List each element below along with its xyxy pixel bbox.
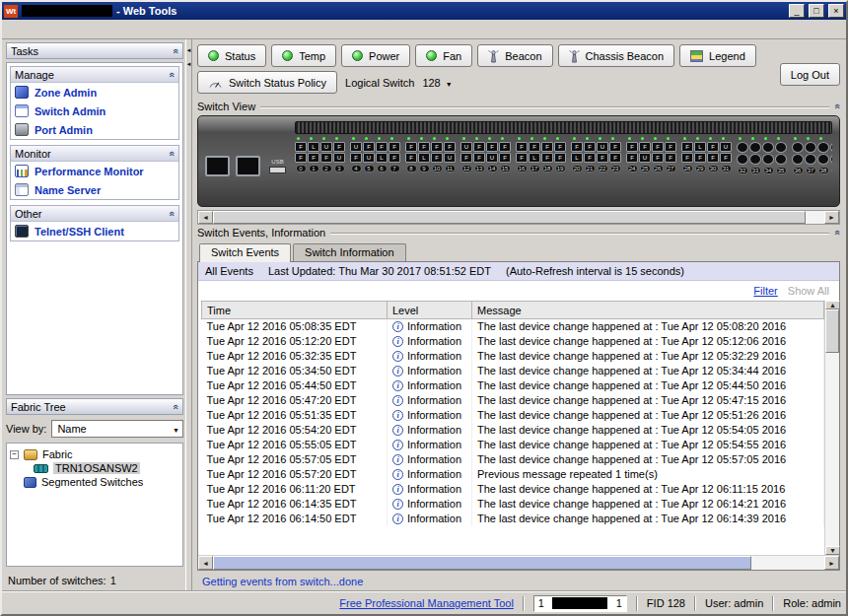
switch-port[interactable]: F <box>431 142 443 152</box>
scrollbar-thumb[interactable] <box>825 309 839 353</box>
switch-port[interactable] <box>805 154 816 165</box>
switch-port[interactable]: F <box>720 153 732 163</box>
switch-port[interactable] <box>830 154 832 165</box>
tree-node-switch[interactable]: TRN1OSANSW2 <box>34 461 179 475</box>
switch-port[interactable]: F <box>681 142 693 152</box>
switch-port[interactable]: F <box>652 142 664 152</box>
switch-port[interactable]: F <box>626 142 638 152</box>
switch-port[interactable] <box>792 142 804 153</box>
menu-item[interactable] <box>22 28 35 32</box>
switch-port[interactable]: F <box>376 142 388 152</box>
event-row[interactable]: Tue Apr 12 2016 05:57:20 EDT Information… <box>202 467 824 482</box>
scroll-left-icon[interactable] <box>198 556 213 570</box>
switch-port[interactable] <box>762 154 774 165</box>
port-group[interactable]: FLUFFFFU0123 <box>295 137 345 172</box>
switch-port[interactable]: F <box>320 153 332 163</box>
switch-port[interactable]: F <box>554 142 566 152</box>
event-row[interactable]: Tue Apr 12 2016 05:51:35 EDT Information… <box>202 408 824 423</box>
switch-port[interactable]: F <box>431 153 443 163</box>
switch-port[interactable]: F <box>350 153 362 163</box>
switch-port[interactable] <box>749 142 761 153</box>
switch-port[interactable]: F <box>665 142 676 152</box>
switch-port[interactable] <box>805 142 816 153</box>
switch-port[interactable]: F <box>541 142 553 152</box>
collapse-chevron-icon[interactable] <box>171 48 180 54</box>
collapse-chevron-icon[interactable] <box>167 72 177 78</box>
column-header-message[interactable]: Message <box>472 302 824 319</box>
column-header-time[interactable]: Time <box>202 302 388 319</box>
filter-link[interactable]: Filter <box>753 285 777 297</box>
switch-port[interactable] <box>775 142 787 153</box>
chassis-beacon-button[interactable]: Chassis Beacon <box>558 44 675 67</box>
menu-item[interactable] <box>53 28 67 32</box>
legend-button[interactable]: Legend <box>679 44 756 67</box>
switch-port[interactable] <box>817 142 829 153</box>
status-led-button[interactable]: Temp <box>271 44 336 67</box>
switch-port[interactable]: F <box>626 153 638 163</box>
event-row[interactable]: Tue Apr 12 2016 05:34:50 EDT Information… <box>202 364 824 378</box>
task-item[interactable]: Zone Admin <box>11 83 178 102</box>
tasks-panel-header[interactable]: Tasks <box>6 42 183 59</box>
port-group[interactable]: FFFFFLFF16171819 <box>516 137 566 172</box>
switch-port[interactable]: F <box>541 153 553 163</box>
scroll-up-icon[interactable] <box>825 301 840 309</box>
scrollbar-track[interactable] <box>825 309 839 546</box>
switch-port[interactable] <box>792 154 804 165</box>
switch-port[interactable]: U <box>333 153 345 163</box>
event-row[interactable]: Tue Apr 12 2016 05:08:35 EDT Information… <box>202 319 824 334</box>
switch-port[interactable]: F <box>418 142 430 152</box>
scrollbar-track[interactable] <box>213 556 824 570</box>
switch-port[interactable]: F <box>609 153 621 163</box>
switch-port[interactable]: F <box>584 153 596 163</box>
switch-port[interactable]: F <box>652 153 664 163</box>
status-led-button[interactable]: Power <box>341 44 410 67</box>
switch-port[interactable]: U <box>350 142 362 152</box>
manage-section-header[interactable]: Manage <box>11 67 178 83</box>
fabric-tree-header[interactable]: Fabric Tree <box>6 398 183 415</box>
switch-port[interactable]: F <box>639 142 651 152</box>
scrollbar-thumb[interactable] <box>213 211 806 224</box>
switch-port[interactable]: F <box>529 142 540 152</box>
switch-port[interactable]: F <box>363 142 375 152</box>
port-group[interactable]: FFUFLFFF20212223 <box>571 137 621 172</box>
tab-switch-events[interactable]: Switch Events <box>199 243 291 262</box>
event-row[interactable]: Tue Apr 12 2016 06:11:20 EDT Information… <box>202 482 824 497</box>
scrollbar-track[interactable] <box>213 211 824 224</box>
collapse-chevron-icon[interactable] <box>171 404 180 410</box>
menu-item[interactable] <box>6 28 20 32</box>
switch-port[interactable]: L <box>694 142 706 152</box>
switch-port[interactable] <box>830 142 832 153</box>
switch-port[interactable]: F <box>473 142 485 152</box>
status-led-button[interactable]: Status <box>197 44 266 67</box>
port-group[interactable]: UFFFFULF4567 <box>350 137 400 172</box>
switch-port[interactable]: F <box>597 153 608 163</box>
switch-port[interactable] <box>762 142 774 153</box>
switch-port[interactable] <box>749 154 761 165</box>
switch-port[interactable]: F <box>405 153 417 163</box>
free-tool-link[interactable]: Free Professional Management Tool <box>339 597 514 609</box>
switch-view-image[interactable]: USB FLUFFFFU0123UFFFFULF4567FFFFFLFU8910… <box>197 115 840 207</box>
status-led-button[interactable]: Fan <box>415 44 472 67</box>
switch-port[interactable]: F <box>694 153 706 163</box>
event-row[interactable]: Tue Apr 12 2016 05:54:20 EDT Information… <box>202 423 824 438</box>
switch-port[interactable]: F <box>584 142 596 152</box>
collapse-chevron-icon[interactable] <box>167 151 177 157</box>
switch-port[interactable]: F <box>333 142 345 152</box>
switch-port[interactable]: F <box>554 153 566 163</box>
column-header-level[interactable]: Level <box>388 302 472 319</box>
collapse-chevron-icon[interactable] <box>832 103 842 109</box>
ethernet-port-icon[interactable] <box>205 156 230 176</box>
switch-port[interactable]: F <box>389 142 400 152</box>
switch-port[interactable]: U <box>320 142 332 152</box>
port-group[interactable]: 36373839 <box>792 137 832 174</box>
switch-port[interactable]: L <box>376 153 388 163</box>
task-item[interactable]: Switch Admin <box>11 102 178 120</box>
event-row[interactable]: Tue Apr 12 2016 05:44:50 EDT Information… <box>202 378 824 393</box>
monitor-section-header[interactable]: Monitor <box>11 146 178 162</box>
switch-status-policy-button[interactable]: Switch Status Policy <box>197 71 337 94</box>
switch-port[interactable]: F <box>460 153 472 163</box>
menu-item[interactable] <box>37 28 51 32</box>
task-item[interactable]: Port Admin <box>11 120 178 139</box>
switch-port[interactable]: F <box>707 142 719 152</box>
scroll-down-icon[interactable] <box>825 546 840 555</box>
